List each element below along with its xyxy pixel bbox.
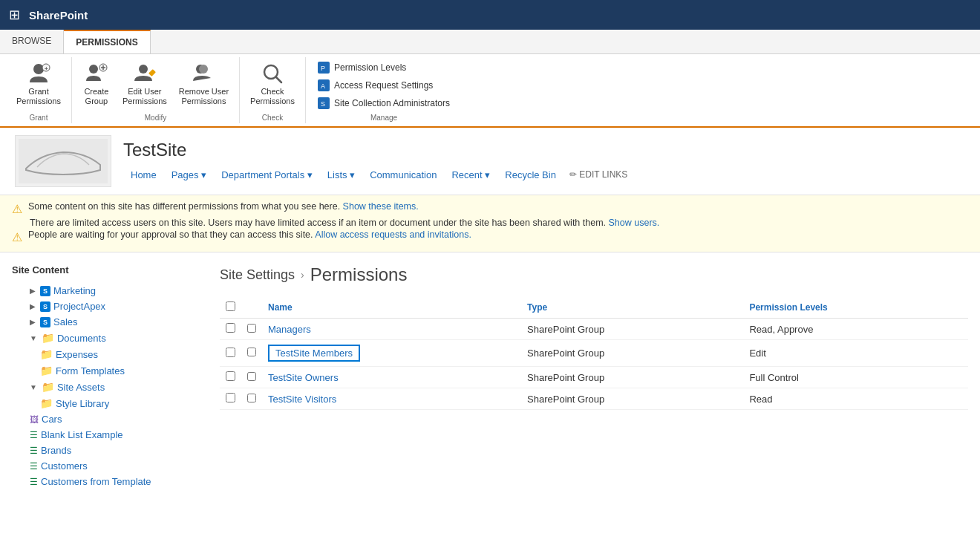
th-permission-levels[interactable]: Permission Levels <box>743 297 968 319</box>
row-checkbox-visitors[interactable] <box>220 388 241 410</box>
row-checkbox-owners[interactable] <box>220 367 241 388</box>
create-group-button[interactable]: CreateGroup <box>78 59 115 109</box>
ribbon-tabs: BROWSE PERMISSIONS <box>0 30 980 54</box>
warning-icon-1: ⚠ <box>12 202 22 216</box>
sidebar-item-sales[interactable]: ▶ S Sales <box>12 314 205 330</box>
site-logo <box>15 135 111 187</box>
sidebar-label-style-library: Style Library <box>56 398 109 409</box>
nav-communication[interactable]: Communication <box>362 166 444 183</box>
th-select-all[interactable] <box>220 297 241 319</box>
tab-permissions[interactable]: PERMISSIONS <box>64 30 150 53</box>
sidebar-item-form-templates[interactable]: 📁 Form Templates <box>12 362 205 379</box>
folder-icon-expenses: 📁 <box>40 348 53 360</box>
manage-group-label: Manage <box>312 112 456 122</box>
nav-recent[interactable]: Recent ▾ <box>444 166 497 183</box>
sidebar-item-documents[interactable]: ▼ 📁 Documents <box>12 330 205 346</box>
show-items-link[interactable]: Show these items. <box>343 201 419 212</box>
site-collection-admin-icon: S <box>318 97 330 109</box>
ribbon: + GrantPermissions Grant <box>0 54 980 128</box>
nav-recycle-bin[interactable]: Recycle Bin <box>497 166 564 183</box>
row-name-managers[interactable]: Managers <box>262 319 521 340</box>
row-mini-check-visitors <box>241 388 262 410</box>
check-permissions-button[interactable]: CheckPermissions <box>246 59 299 109</box>
list-icon-customers-from-template: ☰ <box>30 477 38 487</box>
remove-user-permissions-button[interactable]: Remove UserPermissions <box>174 59 233 109</box>
warning-row-1: ⚠ Some content on this site has differen… <box>12 201 968 216</box>
nav-lists[interactable]: Lists ▾ <box>320 166 362 183</box>
site-collection-admin-label: Site Collection Administrators <box>334 98 450 108</box>
remove-user-permissions-label: Remove UserPermissions <box>179 87 229 106</box>
svg-text:P: P <box>321 65 325 72</box>
edit-links[interactable]: ✏ EDIT LINKS <box>569 169 627 180</box>
sidebar-item-customers-from-template[interactable]: ☰ Customers from Template <box>12 474 205 489</box>
sidebar-item-site-assets[interactable]: ▼ 📁 Site Assets <box>12 379 205 395</box>
row-checkbox-members[interactable] <box>220 340 241 367</box>
th-name[interactable]: Name <box>262 297 521 319</box>
show-users-link[interactable]: Show users. <box>609 218 660 228</box>
permission-levels-link[interactable]: P Permission Levels <box>315 60 453 75</box>
tab-browse[interactable]: BROWSE <box>0 30 64 53</box>
breadcrumb-arrow: › <box>301 269 304 281</box>
row-name-members[interactable]: TestSite Members <box>262 340 521 367</box>
testsite-owners-link[interactable]: TestSite Owners <box>268 372 339 383</box>
th-type[interactable]: Type <box>521 297 743 319</box>
checkbox-members[interactable] <box>226 348 235 357</box>
main-content: Site Content ▶ S Marketing ▶ S ProjectAp… <box>0 252 980 501</box>
select-all-checkbox[interactable] <box>226 301 235 311</box>
sidebar-label-form-templates: Form Templates <box>56 365 125 376</box>
site-collection-admin-link[interactable]: S Site Collection Administrators <box>315 96 453 111</box>
sidebar-label-documents: Documents <box>57 333 106 344</box>
row-checkbox-managers[interactable] <box>220 319 241 340</box>
sidebar-item-blank-list[interactable]: ☰ Blank List Example <box>12 427 205 443</box>
site-title-nav: TestSite Home Pages ▾ Department Portals… <box>123 140 627 183</box>
sidebar-label-site-assets: Site Assets <box>57 382 105 393</box>
grant-permissions-button[interactable]: + GrantPermissions <box>12 59 65 109</box>
img-icon-cars: 🖼 <box>30 414 39 425</box>
edit-user-permissions-button[interactable]: Edit UserPermissions <box>118 59 172 109</box>
access-request-settings-link[interactable]: A Access Request Settings <box>315 78 453 93</box>
nav-home[interactable]: Home <box>123 166 164 183</box>
folder-icon-form-templates: 📁 <box>40 365 53 376</box>
site-nav: Home Pages ▾ Department Portals ▾ Lists … <box>123 166 627 183</box>
ribbon-group-grant: + GrantPermissions Grant <box>6 57 72 123</box>
sidebar-item-expenses[interactable]: 📁 Expenses <box>12 346 205 362</box>
row-perms-members: Edit <box>743 340 968 367</box>
breadcrumb-site-settings[interactable]: Site Settings <box>220 267 295 283</box>
sidebar-label-customers: Customers <box>41 460 88 472</box>
breadcrumb: Site Settings › Permissions <box>220 264 968 285</box>
checkbox-managers[interactable] <box>226 323 235 333</box>
expand-arrow-marketing: ▶ <box>30 287 36 295</box>
row-name-owners[interactable]: TestSite Owners <box>262 367 521 388</box>
sidebar-title: Site Content <box>12 264 205 276</box>
nav-pages[interactable]: Pages ▾ <box>164 166 214 183</box>
sidebar-label-expenses: Expenses <box>56 349 98 360</box>
row-perms-managers: Read, Approve <box>743 319 968 340</box>
sidebar-item-customers[interactable]: ☰ Customers <box>12 458 205 474</box>
access-requests-link[interactable]: Allow access requests and invitations. <box>315 229 471 240</box>
waffle-icon[interactable]: ⊞ <box>9 7 20 23</box>
create-group-label: CreateGroup <box>84 87 108 106</box>
sidebar-item-style-library[interactable]: 📁 Style Library <box>12 395 205 411</box>
sidebar-item-brands[interactable]: ☰ Brands <box>12 443 205 458</box>
row-type-members: SharePoint Group <box>521 340 743 367</box>
create-group-icon <box>85 62 108 85</box>
site-header: TestSite Home Pages ▾ Department Portals… <box>0 128 980 195</box>
testsite-visitors-link[interactable]: TestSite Visitors <box>268 394 336 405</box>
row-mini-check-managers <box>241 319 262 340</box>
list-icon-blank-list: ☰ <box>30 430 38 440</box>
ribbon-group-check: CheckPermissions Check <box>240 57 306 123</box>
managers-link[interactable]: Managers <box>268 324 311 335</box>
expand-arrow-documents: ▼ <box>30 334 37 342</box>
row-name-visitors[interactable]: TestSite Visitors <box>262 388 521 410</box>
sidebar-item-projectapex[interactable]: ▶ S ProjectApex <box>12 299 205 314</box>
list-icon-customers: ☰ <box>30 461 38 472</box>
testsite-members-link[interactable]: TestSite Members <box>268 345 360 362</box>
checkbox-visitors[interactable] <box>226 393 235 402</box>
sidebar-item-cars[interactable]: 🖼 Cars <box>12 411 205 427</box>
nav-department-portals[interactable]: Department Portals ▾ <box>214 166 320 183</box>
sidebar-label-projectapex: ProjectApex <box>53 301 105 312</box>
breadcrumb-current: Permissions <box>310 264 408 285</box>
checkbox-owners[interactable] <box>226 371 235 381</box>
sidebar-item-marketing[interactable]: ▶ S Marketing <box>12 283 205 299</box>
ribbon-group-manage: P Permission Levels A Access Request Set… <box>306 57 462 123</box>
